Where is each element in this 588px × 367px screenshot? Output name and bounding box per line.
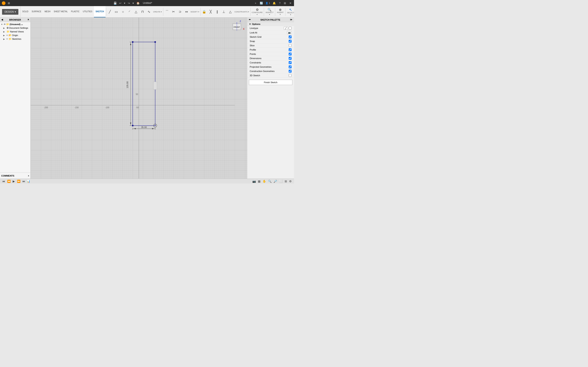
tree-item-sketches[interactable]: ▶ 👁 📁 Sketches xyxy=(0,37,30,41)
capture-button[interactable]: 📷 xyxy=(252,180,256,183)
sketch-svg: 135.00 35.00 -50 -100 -150 -200 5 xyxy=(31,17,247,179)
constraints-checkbox[interactable] xyxy=(289,61,292,64)
linetype-shape[interactable]: ╱ xyxy=(284,27,288,30)
tab-sketch[interactable]: SKETCH xyxy=(94,6,105,17)
perpendicular-constraint-button[interactable]: ⊥ xyxy=(221,10,227,14)
palette-title: SKETCH PALETTE xyxy=(260,18,280,21)
select-button[interactable]: ↖ SELECT ▾ xyxy=(286,8,294,16)
tab-utilities[interactable]: UTILITIES xyxy=(81,6,94,17)
design-button[interactable]: DESIGN ▾ xyxy=(2,9,18,15)
tree-item-unsaved[interactable]: ▼ 👁 📁 (Unsaved) ☁ xyxy=(0,22,30,26)
dimensions-checkbox[interactable] xyxy=(289,57,292,60)
slice-checkbox[interactable] xyxy=(289,44,292,47)
svg-text:Z: Z xyxy=(240,20,241,22)
tab-surface[interactable]: SURFACE xyxy=(30,6,43,17)
tab-mesh[interactable]: MESH xyxy=(43,6,52,17)
inspect-icon: 🔍 xyxy=(268,8,272,11)
browser-tree: ▼ 👁 📁 (Unsaved) ☁ ▶ ⚙ Document Settings … xyxy=(0,22,30,173)
left-panel: ◀ BROWSER ✕ ▼ 👁 📁 (Unsaved) ☁ ▶ ⚙ Docume… xyxy=(0,17,31,179)
coincident-constraint-button[interactable]: ╳ xyxy=(208,10,214,14)
layout-button[interactable]: ⊞ xyxy=(283,1,287,5)
zoom-fit-button[interactable]: 🔍 xyxy=(268,180,272,183)
svg-point-19 xyxy=(154,41,156,43)
trim-tool-button[interactable]: ✂ xyxy=(170,10,177,14)
nav-cube[interactable]: Z X FRONT xyxy=(231,20,245,34)
points-checkbox[interactable] xyxy=(289,53,292,55)
home-button[interactable]: 🏠 xyxy=(136,1,140,5)
projected-geometries-checkbox[interactable] xyxy=(289,66,292,68)
polygon-tool-button[interactable]: △ xyxy=(133,10,139,14)
visibility-icon-sketches: 👁 xyxy=(6,38,8,40)
new-tab-button[interactable]: + xyxy=(254,1,257,5)
sketch-grid-checkbox[interactable] xyxy=(289,35,292,38)
spline-icon: ∿ xyxy=(148,10,150,13)
playback-end-button[interactable]: ⏭ xyxy=(22,180,26,183)
project-tool-button[interactable]: ⊓ xyxy=(139,10,146,14)
zoom-window-button[interactable]: 🔎 xyxy=(273,180,278,183)
playback-play-button[interactable]: ▶ xyxy=(12,180,16,183)
redo-button[interactable]: ↪ xyxy=(127,1,131,5)
fillet-tool-button[interactable]: ⌒ xyxy=(164,10,170,14)
svg-text:-100: -100 xyxy=(105,106,109,109)
playback-next-button[interactable]: ⏩ xyxy=(16,180,21,183)
save-button[interactable]: 💾 xyxy=(113,1,118,5)
tab-solid[interactable]: SOLID xyxy=(21,6,30,17)
svg-text:X: X xyxy=(243,28,245,30)
right-panel: ✏ SKETCH PALETTE ≫ ▼ Options Linetype ╱ … xyxy=(247,17,294,179)
grid-menu-button[interactable]: ⊞ xyxy=(7,1,11,5)
rectangle-icon: ▭ xyxy=(115,10,118,13)
3d-sketch-checkbox[interactable] xyxy=(289,74,292,77)
mirror-tool-button[interactable]: ↭ xyxy=(183,10,190,14)
tree-item-doc-settings[interactable]: ▶ ⚙ Document Settings xyxy=(0,26,30,30)
palette-expand-icon[interactable]: ≫ xyxy=(290,18,292,21)
playback-start-button[interactable]: ⏮ xyxy=(2,180,6,183)
design-section: DESIGN ▾ xyxy=(0,6,21,17)
snap-checkbox[interactable] xyxy=(289,40,292,43)
redo-dropdown-button[interactable]: ▾ xyxy=(132,1,135,5)
palette-row-construction-geometries: Construction Geometries xyxy=(247,69,294,73)
visibility-icon-unsaved: 👁 xyxy=(4,23,6,25)
polygon-icon: △ xyxy=(135,10,137,13)
comments-add-icon[interactable]: + xyxy=(28,175,29,177)
construction-geometries-checkbox[interactable] xyxy=(289,70,292,73)
close-button[interactable]: ✕ xyxy=(288,1,292,5)
linetype-checkbox[interactable] xyxy=(289,27,292,30)
modify-label: MODIFY ▾ xyxy=(190,11,200,13)
parallel-constraint-button[interactable]: ∥ xyxy=(214,10,221,14)
tab-plastic[interactable]: PLASTIC xyxy=(69,6,81,17)
palette-row-profile: Profile xyxy=(247,48,294,52)
browser-expand-icon[interactable]: ✕ xyxy=(27,18,29,21)
fix-constraint-button[interactable]: 🔒 xyxy=(201,10,208,14)
help-button[interactable]: ? xyxy=(278,1,281,5)
inspect-button[interactable]: 🔍 INSPECT ▾ xyxy=(264,8,275,16)
circle-tool-button[interactable]: ○ xyxy=(120,10,126,14)
tree-item-named-views[interactable]: ▶ 📁 Named Views xyxy=(0,30,30,33)
tab-sheet-metal[interactable]: SHEET METAL xyxy=(52,6,69,17)
undo-dropdown-button[interactable]: ▾ xyxy=(123,1,126,5)
folder-icon-unsaved: 📁 xyxy=(6,23,9,26)
viewport[interactable]: 135.00 35.00 -50 -100 -150 -200 5 xyxy=(31,17,247,179)
finish-sketch-palette-button[interactable]: Finish Sketch xyxy=(249,80,292,85)
playback-prev-button[interactable]: ⏪ xyxy=(7,180,11,183)
configure-button[interactable]: ⚙ CONFIGURE ▾ xyxy=(251,8,264,16)
notifications-button[interactable]: 🔔 xyxy=(272,1,277,5)
display-mode-button[interactable]: ⬜ xyxy=(278,180,283,183)
arc-tool-button[interactable]: ◜ xyxy=(126,10,133,14)
rectangle-tool-button[interactable]: ▭ xyxy=(113,10,120,14)
browser-collapse-icon[interactable]: ◀ xyxy=(1,18,3,21)
line-tool-button[interactable]: ╱ xyxy=(107,10,113,14)
preferences-button[interactable]: ⚙ xyxy=(288,180,292,183)
update-button[interactable]: 🔄 xyxy=(259,1,264,5)
tangent-constraint-button[interactable]: △ xyxy=(227,10,233,14)
undo-button[interactable]: ↩ xyxy=(118,1,122,5)
options-section-header[interactable]: ▼ Options xyxy=(247,22,294,26)
pan-button[interactable]: ✋ xyxy=(262,180,267,183)
profile-checkbox[interactable] xyxy=(289,48,292,51)
spline-tool-button[interactable]: ∿ xyxy=(146,10,152,14)
insert-button[interactable]: ⊕ INSERT ▾ xyxy=(276,8,285,16)
viewport-layout-button[interactable]: ⊞ xyxy=(284,180,288,183)
look-at-button[interactable]: 📷 xyxy=(287,31,292,34)
offset-tool-button[interactable]: ⊃ xyxy=(177,10,183,14)
tree-item-origin[interactable]: ▶ 👁 📂 Origin xyxy=(0,33,30,37)
grid-display-button[interactable]: ▦ xyxy=(257,180,261,183)
